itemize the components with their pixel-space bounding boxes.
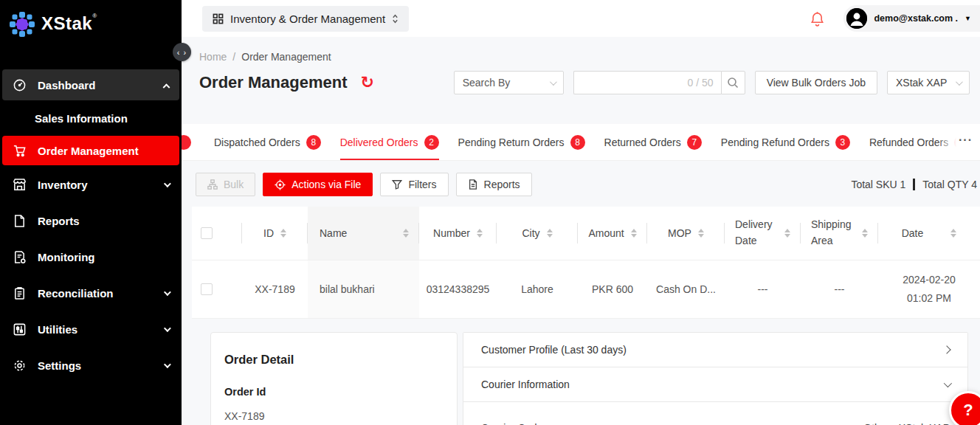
sidebar-item-label: Inventory [38,179,164,191]
user-menu[interactable]: demo@xstak.com . ▼ [843,5,980,32]
sidebar-item-reports[interactable]: Reports [2,204,179,238]
tab-label: Returned Orders [604,137,681,148]
sort-icon [698,229,704,238]
cell-date: 2024-02-20 01:02 PM [878,260,980,318]
table-row[interactable]: XX-7189 bilal bukhari 03124338295 Lahore… [192,260,980,319]
accordion-customer-profile[interactable]: Customer Profile (Last 30 days) [463,333,967,367]
search-icon [727,77,739,89]
total-qty: Total QTY 4 [922,179,977,190]
tab-pending-return-orders[interactable]: Pending Return Orders 8 [458,124,585,160]
sort-icon [631,229,637,238]
filter-icon [392,179,402,190]
cell-shipping-area: --- [801,260,878,318]
column-header-number[interactable]: Number [419,207,497,260]
search-by-select[interactable]: Search By [454,71,564,94]
tab-dispatched-orders[interactable]: Dispatched Orders 8 [214,124,321,160]
gear-icon [13,359,27,373]
search-by-value: Search By [463,77,511,89]
column-header-shipping-area[interactable]: Shipping Area [801,207,878,260]
chevron-down-icon [164,325,171,332]
actions-via-file-button[interactable]: Actions via File [263,173,373,196]
order-id-label: Order Id [224,386,444,398]
cell-name: bilal bukhari [308,260,419,318]
cell-mop: Cash On D... [647,260,725,318]
sidebar-item-label: Order Management [38,145,169,157]
sidebar-item-order-management[interactable]: Order Management [2,136,179,165]
sidebar-item-label: Settings [38,359,164,372]
sidebar: XStak ® Dashboard Sales Information Orde… [0,0,182,425]
reports-label: Reports [484,179,520,190]
column-header-delivery-date[interactable]: Delivery Date [725,207,801,260]
sidebar-item-settings[interactable]: Settings [2,348,179,382]
xap-select[interactable]: XStak XAP [887,71,970,94]
sidebar-item-inventory[interactable]: Inventory [2,167,179,201]
user-email: demo@xstak.com . [874,13,958,24]
courier-information-body: Courier Code Other - XStak XAP [463,402,967,425]
column-header-mop[interactable]: MOP [647,207,725,260]
bulk-button[interactable]: Bulk [196,173,255,196]
notifications-bell-icon[interactable] [810,11,824,27]
filters-button[interactable]: Filters [380,173,448,196]
chevron-down-icon [944,379,952,387]
table-header: ID Name Number City [192,207,980,260]
sort-icon [547,229,553,238]
customer-profile-label: Customer Profile (Last 30 days) [481,344,627,356]
store-icon [13,178,27,192]
sidebar-item-reconciliation[interactable]: Reconciliation [2,276,179,310]
search-button[interactable] [721,71,745,94]
sort-icon [280,229,286,238]
refresh-icon[interactable]: ↻ [361,75,374,91]
app-root: XStak ® Dashboard Sales Information Orde… [0,0,980,425]
tab-label: Pending Refund Orders [721,137,829,148]
column-header-name[interactable]: Name [308,207,419,260]
chevron-up-icon [163,83,170,91]
totals-summary: Total SKU 1 Total QTY 4 [851,179,977,190]
row-checkbox[interactable] [201,283,213,295]
breadcrumb-current: Order Management [241,51,331,63]
sidebar-item-monitoring[interactable]: Monitoring [2,240,179,274]
sidebar-item-sales-information[interactable]: Sales Information [2,103,179,134]
order-detail-card: Order Detail Order Id XX-7189 [210,332,458,425]
detail-accordion: Customer Profile (Last 30 days) Courier … [463,332,968,425]
select-all-checkbox[interactable] [201,227,213,239]
page-content: Home / Order Management Order Management… [182,37,980,425]
view-bulk-orders-button[interactable]: View Bulk Orders Job [755,71,877,94]
sidebar-collapse-button[interactable]: ‹ › [173,43,191,61]
sliders-icon [13,322,27,336]
sidebar-menu: Dashboard Sales Information Order Manage… [0,68,182,382]
accordion-courier-information[interactable]: Courier Information [463,367,967,402]
search-controls: Search By 0 / 50 View Bulk Orders Job XS [454,71,970,94]
filters-label: Filters [408,179,436,190]
topbar-right: demo@xstak.com . ▼ [810,5,980,32]
sidebar-item-utilities[interactable]: Utilities [2,312,179,346]
reports-button[interactable]: Reports [456,173,532,196]
search-input[interactable]: 0 / 50 [573,71,721,94]
order-detail-title: Order Detail [224,353,444,367]
sidebar-item-dashboard[interactable]: Dashboard [2,69,179,100]
breadcrumb-separator: / [232,51,235,63]
search-counter: 0 / 50 [688,77,714,89]
totals-separator [913,179,915,190]
tab-delivered-orders[interactable]: Delivered Orders 2 [340,124,439,160]
cart-icon [13,144,27,158]
tab-returned-orders[interactable]: Returned Orders 7 [604,124,702,160]
breadcrumb-home[interactable]: Home [199,51,227,63]
brand-logo[interactable]: XStak ® [0,0,182,68]
tab-count-badge: 8 [306,135,321,150]
tab-pending-refund-orders[interactable]: Pending Refund Orders 3 [721,124,850,160]
chevron-down-icon [550,78,557,86]
column-header-id[interactable]: ID [242,207,308,260]
column-header-date[interactable]: Date [878,207,980,260]
tab-count-badge: 8 [570,135,585,150]
sort-icon [950,229,956,238]
chevron-down-icon [164,288,171,296]
detail-section: Order Detail Order Id XX-7189 Customer P… [182,332,980,425]
column-header-amount[interactable]: Amount [578,207,647,260]
app-switcher[interactable]: Inventory & Order Management [202,6,409,32]
tabs-more-button[interactable]: ··· [959,134,973,147]
title-row: Order Management ↻ Search By 0 / 50 [182,70,980,95]
column-header-city[interactable]: City [497,207,578,260]
order-status-tabs: Dispatched Orders 8 Delivered Orders 2 P… [182,124,980,161]
search-input-group: 0 / 50 [573,71,745,94]
sidebar-item-label: Dashboard [38,79,164,91]
